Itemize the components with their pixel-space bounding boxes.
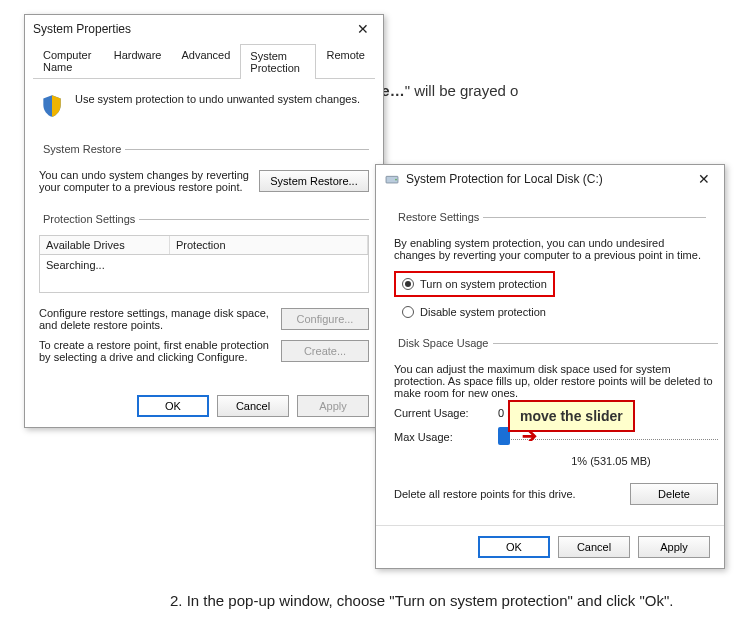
drives-header: Available Drives Protection — [39, 235, 369, 255]
disk-space-legend: Disk Space Usage — [394, 337, 493, 349]
radio-icon — [402, 278, 414, 290]
radio-disable[interactable]: Disable system protection — [394, 303, 706, 321]
highlight-box: Turn on system protection — [394, 271, 555, 297]
radio-icon — [402, 306, 414, 318]
radio-turn-on-label: Turn on system protection — [420, 278, 547, 290]
system-restore-text: You can undo system changes by reverting… — [39, 169, 249, 193]
close-icon[interactable]: ✕ — [692, 171, 716, 187]
shield-icon — [39, 93, 65, 119]
svg-point-1 — [395, 179, 397, 181]
configure-text: Configure restore settings, manage disk … — [39, 307, 271, 331]
titlebar[interactable]: System Protection for Local Disk (C:) ✕ — [376, 165, 724, 193]
apply-button[interactable]: Apply — [297, 395, 369, 417]
system-restore-group: System Restore You can undo system chang… — [39, 143, 369, 203]
info-text: Use system protection to undo unwanted s… — [75, 93, 360, 105]
apply-button[interactable]: Apply — [638, 536, 710, 558]
system-protection-drive-window: System Protection for Local Disk (C:) ✕ … — [375, 164, 725, 569]
create-text: To create a restore point, first enable … — [39, 339, 271, 363]
close-icon[interactable]: ✕ — [351, 21, 375, 37]
ok-button[interactable]: OK — [137, 395, 209, 417]
tab-hardware[interactable]: Hardware — [104, 43, 172, 78]
callout-move-slider: move the slider — [508, 400, 635, 432]
drives-list[interactable]: Searching... — [39, 255, 369, 293]
radio-turn-on[interactable]: Turn on system protection — [402, 275, 547, 293]
configure-button[interactable]: Configure... — [281, 308, 369, 330]
cancel-button[interactable]: Cancel — [217, 395, 289, 417]
col-protection: Protection — [170, 236, 368, 254]
tab-remote[interactable]: Remote — [316, 43, 375, 78]
dialog-buttons: OK Cancel Apply — [376, 525, 724, 568]
restore-settings-desc: By enabling system protection, you can u… — [394, 233, 706, 265]
article-step-2: 2. In the pop-up window, choose "Turn on… — [170, 592, 674, 609]
tab-computer-name[interactable]: Computer Name — [33, 43, 104, 78]
dialog-buttons: OK Cancel Apply — [25, 385, 383, 427]
tab-strip: Computer Name Hardware Advanced System P… — [33, 43, 375, 79]
drives-status: Searching... — [46, 259, 105, 271]
protection-settings-legend: Protection Settings — [39, 213, 139, 225]
tab-system-protection[interactable]: System Protection — [240, 44, 316, 79]
restore-settings-group: Restore Settings By enabling system prot… — [394, 211, 706, 327]
window-title: System Properties — [33, 22, 351, 36]
system-restore-legend: System Restore — [39, 143, 125, 155]
window-title: System Protection for Local Disk (C:) — [406, 172, 692, 186]
disk-space-desc: You can adjust the maximum disk space us… — [394, 359, 718, 403]
protection-settings-group: Protection Settings Available Drives Pro… — [39, 213, 369, 373]
max-usage-label: Max Usage: — [394, 431, 484, 443]
ok-button[interactable]: OK — [478, 536, 550, 558]
system-properties-window: System Properties ✕ Computer Name Hardwa… — [24, 14, 384, 428]
create-button[interactable]: Create... — [281, 340, 369, 362]
max-usage-value: 1% (531.05 MB) — [504, 451, 718, 469]
tab-advanced[interactable]: Advanced — [171, 43, 240, 78]
delete-text: Delete all restore points for this drive… — [394, 488, 620, 500]
drive-icon — [384, 171, 400, 187]
system-restore-button[interactable]: System Restore... — [259, 170, 369, 192]
cancel-button[interactable]: Cancel — [558, 536, 630, 558]
radio-disable-label: Disable system protection — [420, 306, 546, 318]
titlebar[interactable]: System Properties ✕ — [25, 15, 383, 43]
col-available-drives: Available Drives — [40, 236, 170, 254]
delete-button[interactable]: Delete — [630, 483, 718, 505]
restore-settings-legend: Restore Settings — [394, 211, 483, 223]
current-usage-label: Current Usage: — [394, 407, 484, 419]
